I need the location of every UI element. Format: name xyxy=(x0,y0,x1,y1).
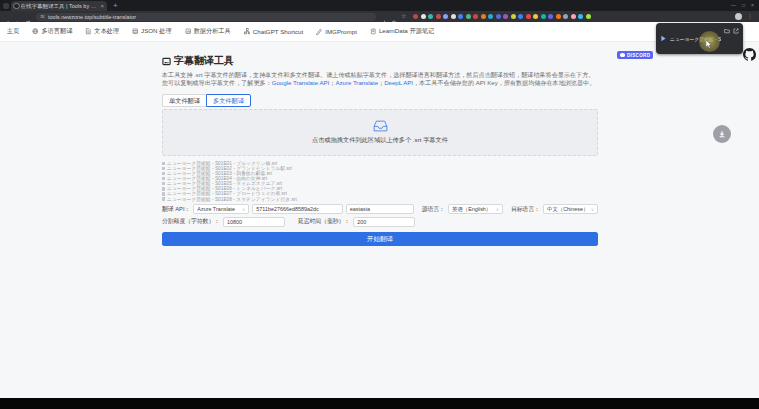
site-info-icon xyxy=(40,14,45,19)
github-icon[interactable] xyxy=(743,47,756,60)
split-limit-label: 分割额度（字符数）： xyxy=(162,217,220,226)
extension-icon[interactable] xyxy=(428,14,433,19)
description: 本工具支持 .srt 字幕文件的翻译，支持单文件和多文件翻译。请上传或粘贴字幕文… xyxy=(162,71,598,88)
url-text: tools.newzone.top/subtitle-translator xyxy=(48,14,136,20)
target-language-label: 目标语言： xyxy=(511,205,540,214)
form-row-advanced: 分割额度（字符数）： 延迟时间（毫秒）： xyxy=(162,217,598,227)
extension-icon[interactable] xyxy=(556,14,561,19)
file-icon xyxy=(162,167,165,171)
mode-tabs: 单文件翻译 多文件翻译 xyxy=(162,94,598,107)
reload-icon[interactable] xyxy=(24,13,31,20)
uploaded-file-list: ニューヨーク芸術館 - S01E01 - ブルックリン橋.srt ニューヨーク芸… xyxy=(162,161,598,202)
extension-icon[interactable] xyxy=(571,14,576,19)
region-input[interactable] xyxy=(346,204,414,214)
download-icon[interactable] xyxy=(381,13,388,20)
screen: 在线字幕翻译工具 | Tools by … × + — □ × tools.ne… xyxy=(0,0,759,409)
nav-item-chatgpt-shortcut[interactable]: ChatGPT Shortcut xyxy=(244,28,303,35)
extension-icon[interactable] xyxy=(578,14,583,19)
extension-icons xyxy=(413,14,729,19)
extension-icon[interactable] xyxy=(466,14,471,19)
nav-item-learndata[interactable]: LearnData 开源笔记 xyxy=(370,27,434,36)
file-icon xyxy=(162,177,165,181)
discord-badge[interactable]: DISCORD xyxy=(617,51,653,59)
back-icon[interactable] xyxy=(4,13,11,20)
address-bar[interactable]: tools.newzone.top/subtitle-translator xyxy=(36,13,376,21)
nav-item-imgprompt[interactable]: IMGPrompt xyxy=(316,28,357,35)
tab-multi-file[interactable]: 多文件翻译 xyxy=(206,94,251,107)
extension-icon[interactable] xyxy=(533,14,538,19)
extension-icon[interactable] xyxy=(488,14,493,19)
source-language-select[interactable]: 英语（English） ∨ xyxy=(448,204,503,214)
api-key-input[interactable] xyxy=(252,204,343,214)
source-language-label: 源语言： xyxy=(422,205,445,214)
tab-close-icon[interactable]: × xyxy=(100,3,104,9)
search-icon[interactable] xyxy=(391,13,398,20)
extension-icon[interactable] xyxy=(458,14,463,19)
browser-toolbar: tools.newzone.top/subtitle-translator ☆ … xyxy=(0,11,759,22)
link-deepl-api[interactable]: DeepL API xyxy=(384,79,413,86)
browser-tab[interactable]: 在线字幕翻译工具 | Tools by … × xyxy=(11,1,107,11)
file-type-icon xyxy=(660,28,667,35)
export-fab-button[interactable] xyxy=(713,125,731,143)
extension-icon[interactable] xyxy=(541,14,546,19)
nav-item-translate[interactable]: 多语言翻译 xyxy=(32,27,72,36)
chevron-down-icon: ∨ xyxy=(242,207,245,212)
nav-item-json[interactable]: JSON 处理 xyxy=(132,27,172,36)
minimize-button[interactable]: — xyxy=(731,1,736,9)
extension-icon[interactable] xyxy=(496,14,501,19)
extension-icon[interactable] xyxy=(436,14,441,19)
open-file-icon[interactable] xyxy=(733,28,739,34)
api-select[interactable]: Azure Translate ∨ xyxy=(193,204,249,214)
extension-icon[interactable] xyxy=(518,14,523,19)
extension-icon[interactable] xyxy=(443,14,448,19)
extension-icon[interactable] xyxy=(548,14,553,19)
share-icon xyxy=(244,28,251,35)
page-title: 字幕翻译工具 xyxy=(162,54,598,68)
letterbox-bar xyxy=(0,398,759,409)
extension-icon[interactable] xyxy=(526,14,531,19)
split-limit-input[interactable] xyxy=(223,217,285,227)
site-navbar: 主页 多语言翻译 文本处理 JSON 处理 数据分析工具 ChatGPT Sho… xyxy=(0,22,759,42)
extension-icon[interactable] xyxy=(586,14,591,19)
upload-dropzone[interactable]: 点击或拖拽文件到此区域以上传多个 .srt 字幕文件 xyxy=(162,109,598,156)
nav-item-home[interactable]: 主页 xyxy=(7,27,19,36)
nav-item-data-tools[interactable]: 数据分析工具 xyxy=(185,27,231,36)
file-list-item[interactable]: ニューヨーク芸術館 - S01E08 - スタテンアイランド行き.srt xyxy=(162,196,598,201)
inbox-icon xyxy=(373,120,388,132)
extension-icon[interactable] xyxy=(481,14,486,19)
maximize-button[interactable]: □ xyxy=(742,1,745,9)
extension-icon[interactable] xyxy=(563,14,568,19)
upload-hint: 点击或拖拽文件到此区域以上传多个 .srt 字幕文件 xyxy=(312,136,448,145)
start-translate-button[interactable]: 开始翻译 xyxy=(162,232,598,246)
new-tab-button[interactable]: + xyxy=(113,1,118,10)
browser-menu-icon[interactable]: ⋮ xyxy=(747,13,753,20)
target-language-select[interactable]: 中文（Chinese） ∨ xyxy=(543,204,598,214)
extension-icon[interactable] xyxy=(451,14,456,19)
profile-avatar[interactable] xyxy=(735,13,742,20)
main-content: 字幕翻译工具 本工具支持 .srt 字幕文件的翻译，支持单文件和多文件翻译。请上… xyxy=(162,42,598,246)
link-google-translate-api[interactable]: Google Translate API xyxy=(272,79,330,86)
form-row-api: 翻译 API： Azure Translate ∨ 源语言： 英语（Englis… xyxy=(162,204,598,214)
extension-icon[interactable] xyxy=(503,14,508,19)
download-icon xyxy=(718,130,726,138)
browser-tab-strip: 在线字幕翻译工具 | Tools by … × + — □ × xyxy=(0,0,759,11)
download-actions xyxy=(724,28,739,50)
extension-icon[interactable] xyxy=(511,14,516,19)
cursor-icon xyxy=(706,40,713,49)
close-window-button[interactable]: × xyxy=(751,1,754,9)
bookmark-star-icon[interactable]: ☆ xyxy=(401,13,406,20)
tab-single-file[interactable]: 单文件翻译 xyxy=(162,94,206,107)
extension-icon[interactable] xyxy=(473,14,478,19)
file-icon xyxy=(162,192,165,196)
show-in-folder-icon[interactable] xyxy=(724,28,730,34)
extension-icon[interactable] xyxy=(413,14,418,19)
file-icon xyxy=(162,162,165,166)
cursor-highlight xyxy=(699,31,720,52)
link-azure-translate[interactable]: Azure Translate xyxy=(335,79,378,86)
forward-icon[interactable] xyxy=(14,13,21,20)
api-label: 翻译 API： xyxy=(162,205,190,214)
delay-time-input[interactable] xyxy=(353,217,415,227)
extension-icon[interactable] xyxy=(421,14,426,19)
file-icon xyxy=(162,172,165,176)
nav-item-text[interactable]: 文本处理 xyxy=(85,27,119,36)
